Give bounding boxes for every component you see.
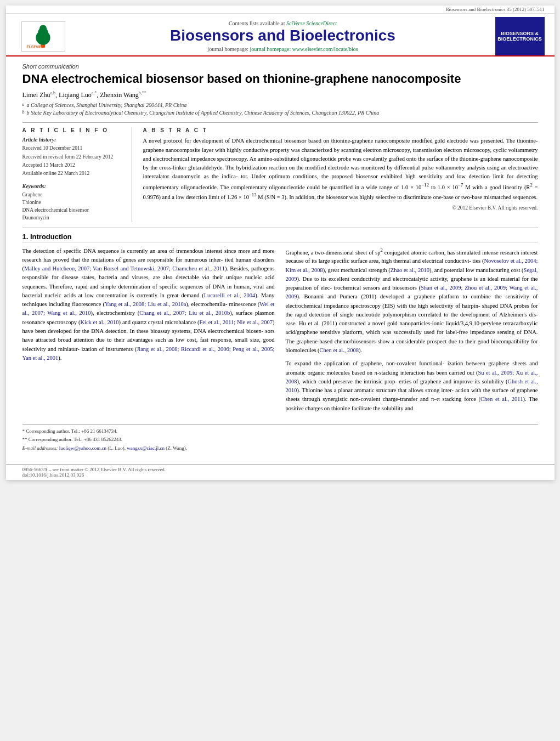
divider-top	[22, 122, 538, 123]
keyword-2: Thionine	[22, 199, 124, 206]
journal-logo-right: BIOSENSORS & BIOELECTRONICS	[495, 17, 545, 55]
page: Biosensors and Bioelectronics 35 (2012) …	[6, 5, 555, 480]
introduction-section: 1. Introduction The detection of specifi…	[22, 233, 538, 417]
abstract-label: A B S T R A C T	[143, 127, 538, 133]
intro-label: Introduction	[30, 233, 72, 241]
received-date: Received 10 December 2011	[22, 145, 124, 152]
footnote-email: E-mail addresses: luoliqw@yahoo.com.cn (…	[22, 445, 538, 452]
article-info-label: A R T I C L E I N F O	[22, 127, 124, 133]
keyword-1: Graphene	[22, 191, 124, 199]
intro-number: 1.	[22, 233, 29, 241]
journal-homepage: journal homepage: journal homepage: www.…	[71, 46, 495, 52]
ref-jiang[interactable]: Jiang et al., 2008; Riccardi et al., 200…	[22, 346, 275, 361]
divider-intro	[22, 228, 538, 228]
affiliations: a a College of Sciences, Shanghai Univer…	[22, 101, 538, 117]
journal-ref-text: Biosensors and Bioelectronics 35 (2012) …	[446, 7, 545, 12]
abstract-column: A B S T R A C T A novel protocol for dev…	[143, 127, 538, 222]
intro-left-col: The detection of specific DNA sequence i…	[22, 247, 275, 417]
ref-chen2011[interactable]: Chen et al., 2011	[480, 396, 523, 402]
ref-shan[interactable]: Shan et al., 2009; Zhou et al., 2009; Wa…	[286, 285, 538, 299]
journal-reference: Biosensors and Bioelectronics 35 (2012) …	[6, 5, 555, 14]
abstract-text: A novel protocol for development of DNA …	[143, 137, 538, 202]
ref-ghosh[interactable]: Ghosh et al., 2010	[286, 378, 538, 393]
keywords-title: Keywords:	[22, 183, 124, 189]
footnotes: * Corresponding author. Tel.: +86 21 661…	[22, 424, 538, 452]
ref-lucarelli[interactable]: Lucarelli et al., 2004	[204, 292, 255, 298]
ref-fei[interactable]: Fei et al., 2011; Nie et al., 2007	[200, 319, 273, 325]
intro-left-para1: The detection of specific DNA sequence i…	[22, 247, 275, 363]
svg-point-4	[39, 25, 47, 32]
intro-right-para2: To expand the application of graphene, n…	[286, 359, 538, 413]
ref-zhao[interactable]: Zhao et al., 2010	[391, 267, 429, 273]
elsevier-tree-icon: ELSEVIER	[22, 22, 64, 50]
homepage-link[interactable]: journal homepage: www.elsevier.com/locat…	[250, 46, 358, 52]
affiliation-b: b State Key Laboratory of Electroanalyti…	[27, 109, 380, 117]
journal-title: Biosensors and Bioelectronics	[71, 27, 495, 44]
footnote-star1: * Corresponding author. Tel.: +86 21 661…	[22, 428, 538, 435]
article-type: Short communication	[22, 63, 538, 70]
intro-right-para1: Graphene, a two-dimensional sheet of sp2…	[286, 247, 538, 355]
intro-title: 1. Introduction	[22, 233, 538, 242]
accepted-date: Accepted 13 March 2012	[22, 162, 124, 169]
ref-malley[interactable]: Malley and Hutcheon, 2007; Van Borsel an…	[24, 265, 225, 271]
authors: Limei Zhua,b, Liqiang Luoa,*, Zhenxin Wa…	[22, 90, 538, 99]
keyword-3: DNA electrochemical biosensor	[22, 206, 124, 214]
elsevier-logo-image: ELSEVIER	[21, 21, 65, 52]
bottom-bar: 0956-5663/$ – see front matter © 2012 El…	[6, 464, 555, 480]
ref-chang[interactable]: Chang et al., 2007; Liu et al., 2010b	[139, 310, 230, 316]
ref-kick[interactable]: Kick et al., 2010	[80, 319, 118, 325]
received-revised-date: Received in revised form 22 February 201…	[22, 154, 124, 161]
ref-su[interactable]: Su et al., 2009; Xu et al., 2008	[286, 370, 538, 384]
main-content: Short communication DNA electrochemical …	[6, 56, 555, 460]
sciverse-line: Contents lists available at SciVerse Sci…	[71, 20, 495, 26]
article-title: DNA electrochemical biosensor based on t…	[22, 72, 538, 86]
email-wang[interactable]: wangzx@ciac.jl.cn	[127, 445, 165, 451]
copyright-notice: © 2012 Elsevier B.V. All rights reserved…	[143, 205, 538, 211]
sciverse-link[interactable]: SciVerse ScienceDirect	[286, 20, 337, 26]
ref-yang[interactable]: Yang et al., 2008; Liu et al., 2010a	[105, 301, 186, 307]
article-history-title: Article history:	[22, 137, 124, 143]
email-luo[interactable]: luoliqw@yahoo.com.cn	[59, 445, 106, 451]
header-center: Contents lists available at SciVerse Sci…	[71, 18, 495, 54]
keyword-4: Daunomycin	[22, 214, 124, 222]
ref-chen2008[interactable]: Chen et al., 2008	[320, 347, 359, 353]
intro-right-col: Graphene, a two-dimensional sheet of sp2…	[286, 247, 538, 417]
affiliation-a: a College of Sciences, Shanghai Universi…	[27, 101, 187, 109]
issn-text: 0956-5663/$ – see front matter © 2012 El…	[22, 467, 166, 472]
doi-text: doi:10.1016/j.bios.2012.03.026	[22, 472, 84, 478]
journal-header: ELSEVIER Contents lists available at Sci…	[6, 14, 555, 56]
article-info-abstract: A R T I C L E I N F O Article history: R…	[22, 127, 538, 222]
logo-right-text: BIOSENSORS & BIOELECTRONICS	[497, 31, 542, 42]
svg-text:ELSEVIER: ELSEVIER	[27, 45, 45, 49]
article-info-column: A R T I C L E I N F O Article history: R…	[22, 127, 132, 222]
elsevier-logo: ELSEVIER	[16, 21, 71, 52]
footnote-star2: ** Corresponding author. Tel.: +86 431 8…	[22, 436, 538, 444]
available-date: Available online 22 March 2012	[22, 170, 124, 177]
intro-body: The detection of specific DNA sequence i…	[22, 247, 538, 417]
